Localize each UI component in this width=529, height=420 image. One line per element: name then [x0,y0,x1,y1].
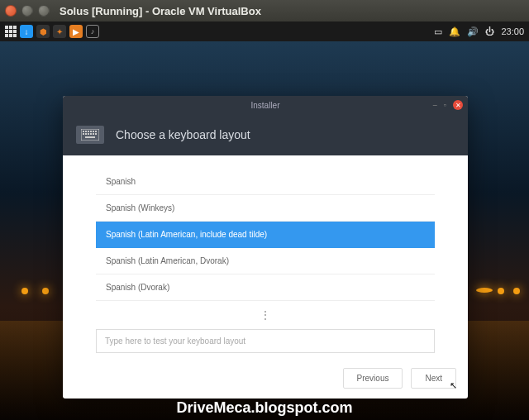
svg-rect-13 [85,136,95,138]
host-window-titlebar: Solus [Running] - Oracle VM VirtualBox [0,0,529,21]
music-icon[interactable]: ♪ [86,25,99,38]
host-window-controls [5,5,50,17]
keyboard-icon [76,126,104,144]
installer-header: Choose a keyboard layout [63,114,468,155]
next-button[interactable]: Next ↖ [411,368,456,389]
volume-icon[interactable]: 🔊 [467,26,479,37]
installer-titlebar: Installer – ▫ ✕ [63,96,468,114]
layout-option[interactable]: Spanish (Winkeys) [96,195,435,222]
clock[interactable]: 23:00 [501,26,524,36]
svg-rect-3 [88,131,89,132]
guest-top-panel: ↓ ⬢ ✦ ▶ ♪ ▭ 🔔 🔊 ⏻ 23:00 [0,21,529,41]
more-indicator-icon[interactable]: ⋮ [96,301,435,326]
installer-close-icon[interactable]: ✕ [453,100,463,110]
svg-rect-1 [83,131,84,132]
svg-rect-9 [88,133,89,135]
svg-rect-12 [95,133,97,135]
host-close-button[interactable] [5,5,17,17]
svg-rect-2 [85,131,87,132]
svg-rect-5 [93,131,94,132]
host-minimize-button[interactable] [21,5,33,17]
installer-window: Installer – ▫ ✕ Choose a keyboard layout… [63,96,468,399]
host-maximize-button[interactable] [38,5,50,17]
layout-option[interactable]: Spanish [96,169,435,195]
installer-footer: Previous Next ↖ [63,360,468,399]
next-button-label: Next [425,374,442,383]
host-window-title: Solus [Running] - Oracle VM VirtualBox [60,5,261,17]
app-icon[interactable]: ✦ [53,25,66,38]
display-icon[interactable]: ▭ [434,26,442,37]
download-icon[interactable]: ↓ [20,25,33,38]
keyboard-test-input[interactable] [96,329,435,353]
svg-rect-10 [90,133,92,135]
svg-rect-7 [83,133,84,135]
file-manager-icon[interactable]: ⬢ [36,25,50,38]
guest-desktop: Installer – ▫ ✕ Choose a keyboard layout… [0,41,529,420]
applications-menu-icon[interactable] [5,26,17,37]
installer-minimize-icon[interactable]: – [433,101,437,109]
previous-button[interactable]: Previous [343,368,403,389]
notification-bell-icon[interactable]: 🔔 [449,26,460,37]
mouse-cursor-icon: ↖ [450,380,457,391]
svg-rect-11 [93,133,94,135]
installer-window-title: Installer [250,101,279,110]
installer-maximize-icon[interactable]: ▫ [444,101,446,109]
layout-option[interactable]: Spanish (Dvorak) [96,274,435,301]
media-player-icon[interactable]: ▶ [69,25,83,38]
svg-rect-6 [95,131,97,132]
svg-rect-8 [85,133,87,135]
installer-heading: Choose a keyboard layout [116,128,250,141]
watermark-text: DriveMeca.blogspot.com [0,399,529,417]
layout-option[interactable]: Spanish (Latin American, Dvorak) [96,248,435,274]
power-icon[interactable]: ⏻ [485,26,494,36]
keyboard-layout-list: Spanish Spanish (Winkeys) Spanish (Latin… [96,169,435,301]
layout-option-selected[interactable]: Spanish (Latin American, include dead ti… [96,222,435,248]
svg-rect-4 [90,131,92,132]
